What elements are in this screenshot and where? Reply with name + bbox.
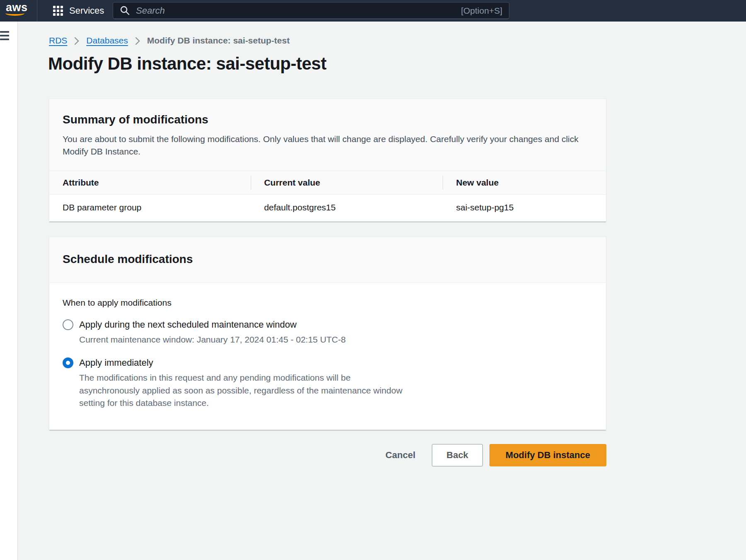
search-keyboard-shortcut: [Option+S] (461, 6, 502, 16)
radio-apply-immediately-label[interactable]: Apply immediately (79, 357, 153, 369)
cell-attribute: DB parameter group (49, 195, 251, 221)
main-content: RDS Databases Modify DB instance: sai-se… (49, 22, 606, 466)
radio-group-label: When to apply modifications (63, 298, 593, 308)
radio-maintenance-window-label[interactable]: Apply during the next scheduled maintena… (79, 319, 297, 331)
aws-logo[interactable]: aws (6, 2, 28, 16)
summary-card-description: You are about to submit the following mo… (63, 133, 593, 158)
back-button[interactable]: Back (432, 444, 483, 466)
services-grid-icon (53, 6, 63, 16)
radio-maintenance-window[interactable]: Apply during the next scheduled maintena… (63, 319, 593, 331)
summary-of-modifications-card: Summary of modifications You are about t… (49, 99, 606, 222)
table-row: DB parameter group default.postgres15 sa… (49, 194, 606, 221)
column-header-current-value: Current value (251, 171, 443, 194)
chevron-right-icon (135, 37, 140, 45)
hamburger-menu-icon[interactable] (0, 31, 9, 42)
column-header-attribute: Attribute (49, 171, 251, 194)
cancel-button[interactable]: Cancel (380, 444, 420, 466)
page-title: Modify DB instance: sai-setup-test (48, 54, 606, 74)
radio-selected-icon[interactable] (63, 357, 73, 368)
summary-card-title: Summary of modifications (63, 113, 593, 126)
modify-db-instance-button[interactable]: Modify DB instance (489, 444, 606, 466)
top-navigation-bar: aws Services Search [Option+S] (0, 0, 746, 22)
radio-unselected-icon[interactable] (63, 319, 73, 330)
radio-apply-immediately[interactable]: Apply immediately (63, 357, 593, 369)
schedule-card-header: Schedule modifications (49, 237, 606, 283)
breadcrumb-link-rds[interactable]: RDS (49, 36, 67, 46)
radio-maintenance-window-description: Current maintenance window: January 17, … (79, 333, 593, 346)
breadcrumb-link-databases[interactable]: Databases (86, 36, 128, 46)
breadcrumb-current: Modify DB instance: sai-setup-test (147, 36, 290, 46)
collapsed-side-navigation (0, 22, 18, 560)
schedule-card-body: When to apply modifications Apply during… (49, 283, 606, 430)
radio-apply-immediately-description: The modifications in this request and an… (79, 372, 411, 409)
chevron-right-icon (74, 37, 79, 45)
schedule-card-title: Schedule modifications (63, 253, 593, 266)
search-placeholder: Search (136, 5, 461, 16)
cell-new-value: sai-setup-pg15 (443, 195, 606, 221)
column-header-new-value: New value (443, 171, 606, 194)
cell-current-value: default.postgres15 (251, 195, 443, 221)
summary-table-header-row: Attribute Current value New value (49, 171, 606, 194)
aws-logo-text: aws (6, 2, 28, 13)
topbar-divider (37, 0, 37, 22)
breadcrumb: RDS Databases Modify DB instance: sai-se… (49, 36, 606, 46)
summary-card-header: Summary of modifications You are about t… (49, 99, 606, 171)
services-menu-button[interactable]: Services (50, 0, 107, 22)
form-actions: Cancel Back Modify DB instance (49, 444, 606, 466)
radio-option-apply-immediately: Apply immediately The modifications in t… (63, 357, 593, 409)
schedule-modifications-card: Schedule modifications When to apply mod… (49, 237, 606, 430)
search-icon (120, 5, 130, 16)
services-label: Services (69, 5, 104, 16)
radio-option-maintenance-window: Apply during the next scheduled maintena… (63, 319, 593, 346)
search-input[interactable]: Search [Option+S] (113, 2, 509, 19)
